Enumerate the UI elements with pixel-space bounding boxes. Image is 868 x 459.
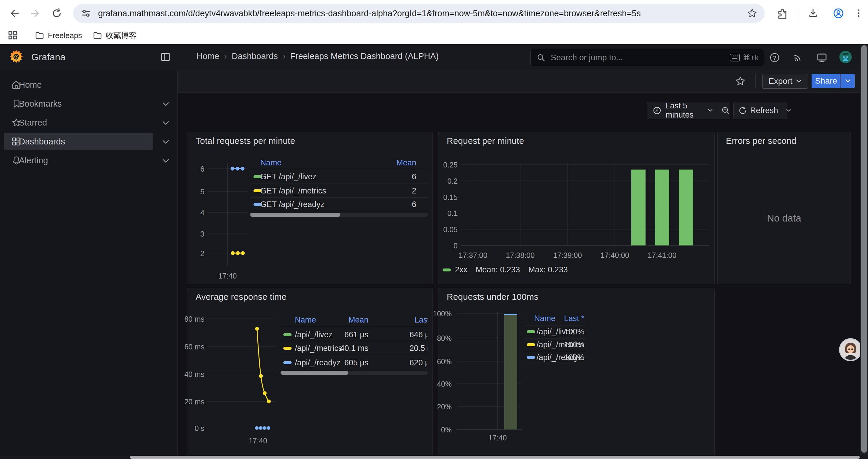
bookmark-folder-freeleaps[interactable]: Freeleaps	[31, 29, 86, 42]
series-mean: 605 µs	[324, 358, 368, 367]
refresh-interval-chevron-icon[interactable]	[786, 109, 791, 112]
folder-icon	[93, 31, 102, 40]
export-button[interactable]: Export	[762, 74, 808, 89]
series-color-pill[interactable]	[283, 333, 291, 336]
time-range-picker[interactable]: Last 5 minutes	[665, 101, 704, 120]
time-range-group: Last 5 minutes	[647, 102, 730, 119]
series-last: 100%	[549, 353, 584, 362]
chevron-down-icon[interactable]	[162, 140, 169, 144]
bookmark-folder-blogs[interactable]: 收藏博客	[89, 29, 141, 42]
legend-row[interactable]: /api/_/livez 661 µs 646 µs	[280, 330, 428, 339]
search-icon	[536, 53, 546, 62]
apps-grid-button[interactable]	[7, 30, 18, 41]
series-color-pill[interactable]	[527, 343, 535, 346]
legend-header-last[interactable]: Last *	[549, 314, 584, 323]
table-sep	[250, 183, 428, 184]
share-menu-button[interactable]	[841, 74, 855, 88]
panel-title[interactable]: Errors per second	[726, 136, 796, 146]
bookmark-star-icon[interactable]	[747, 8, 757, 19]
search-input[interactable]	[550, 53, 705, 63]
table-sep	[524, 351, 587, 351]
legend-header-mean[interactable]: Mean	[363, 158, 416, 167]
favorite-dashboard-button[interactable]	[735, 76, 746, 87]
browser-menu-button[interactable]	[851, 6, 866, 21]
legend-scrollbar-thumb[interactable]	[250, 213, 340, 217]
series-color-pill[interactable]	[442, 268, 451, 271]
bookmarks-divider	[25, 31, 25, 40]
panel-requests-under-100ms: Requests under 100ms 100% 80% 60% 40% 20…	[438, 288, 715, 459]
no-data-message: No data	[718, 213, 850, 224]
series-name: GET /api/_/livez	[260, 172, 316, 182]
reload-button[interactable]	[49, 6, 64, 21]
address-bar[interactable]	[73, 4, 765, 23]
legend-row[interactable]: GET /api/_/metrics 2	[250, 186, 428, 195]
search-shortcut: ⌘+k	[730, 53, 759, 62]
collapse-sidebar-button[interactable]	[159, 51, 172, 63]
news-rss-button[interactable]	[792, 52, 804, 64]
search-bar[interactable]: ⌘+k	[530, 49, 764, 66]
legend-row[interactable]: /api/_/metrics 40.1 ms 20.5 ms	[280, 344, 428, 353]
legend-row[interactable]: GET /api/_/livez 6	[250, 172, 428, 181]
series-color-pill[interactable]	[283, 361, 291, 364]
legend: 2xx Mean: 0.233 Max: 0.233	[442, 265, 568, 274]
chevron-down-icon[interactable]	[162, 121, 169, 126]
grafana-logo[interactable]	[9, 49, 24, 64]
legend-header-name[interactable]: Name	[260, 158, 282, 167]
bookmarks-bar: Freeleaps 收藏博客	[0, 27, 868, 44]
legend-row[interactable]: /api/_/readyz 100%	[524, 353, 587, 362]
sidebar-item-label: Alerting	[19, 156, 48, 165]
forward-button[interactable]	[28, 6, 43, 21]
series-metrics-line	[231, 251, 245, 255]
sidebar-item-alerting[interactable]: Alerting	[4, 152, 153, 169]
legend-row[interactable]: /api/_/metrics 100%	[524, 340, 587, 349]
series-name[interactable]: 2xx	[455, 265, 467, 274]
floating-assistant-avatar[interactable]	[839, 338, 862, 361]
series-color-pill[interactable]	[283, 347, 291, 350]
series-color-pill[interactable]	[527, 330, 535, 333]
breadcrumb-dashboards[interactable]: Dashboards	[231, 52, 278, 61]
table-sep	[280, 369, 428, 369]
sidebar-item-home[interactable]: Home	[4, 76, 153, 93]
table-sep	[280, 355, 428, 355]
actions-divider	[755, 74, 756, 88]
legend-header-name[interactable]: Name	[295, 316, 316, 325]
series-color-pill[interactable]	[527, 356, 535, 359]
share-button[interactable]: Share	[812, 74, 840, 88]
series-mean: 2	[363, 186, 416, 196]
chevron-down-icon[interactable]	[162, 102, 169, 107]
chevron-down-icon	[845, 79, 851, 83]
back-button[interactable]	[6, 6, 22, 21]
vertical-scrollbar-thumb[interactable]	[861, 45, 867, 453]
legend-row[interactable]: /api/_/livez 100%	[524, 327, 587, 336]
zoom-out-icon[interactable]	[721, 106, 730, 115]
legend-header-mean[interactable]: Mean	[324, 316, 368, 325]
bookmark-label: 收藏博客	[106, 30, 136, 41]
refresh-button[interactable]: Refresh	[750, 106, 778, 115]
horizontal-scrollbar-thumb[interactable]	[130, 456, 860, 459]
downloads-button[interactable]	[805, 6, 821, 21]
monitor-kiosk-button[interactable]	[816, 52, 828, 64]
sidebar-item-starred[interactable]: Starred	[4, 114, 153, 131]
profile-button[interactable]	[831, 6, 846, 21]
url-input[interactable]	[97, 8, 734, 19]
dashboard-actions-bar: Export Share	[177, 69, 868, 93]
breadcrumb-current: Freeleaps Metrics Dashboard (ALPHA)	[290, 52, 439, 61]
chevron-down-icon	[708, 109, 713, 112]
user-avatar[interactable]	[839, 51, 852, 64]
brand-title: Grafana	[31, 52, 66, 63]
chevron-down-icon[interactable]	[162, 159, 169, 163]
help-button[interactable]: ?	[769, 52, 780, 64]
sidebar-item-bookmarks[interactable]: Bookmarks	[4, 95, 153, 112]
legend-row[interactable]: /api/_/readyz 605 µs 620 µs	[280, 358, 428, 367]
back-icon	[11, 10, 18, 16]
legend-header-last[interactable]: Last *	[414, 316, 428, 325]
grafana-sidebar: Home Bookmarks Starred Dashboards Alerti…	[0, 69, 178, 459]
breadcrumb-home[interactable]: Home	[196, 52, 219, 61]
site-settings-icon[interactable]	[81, 8, 91, 18]
extensions-button[interactable]	[775, 6, 790, 21]
star-icon	[736, 77, 745, 85]
legend-scrollbar-thumb[interactable]	[281, 371, 348, 375]
legend-row[interactable]: GET /api/_/readyz 6	[250, 200, 428, 209]
sidebar-item-dashboards[interactable]: Dashboards	[4, 133, 153, 150]
sidebar-item-label: Home	[19, 80, 42, 90]
